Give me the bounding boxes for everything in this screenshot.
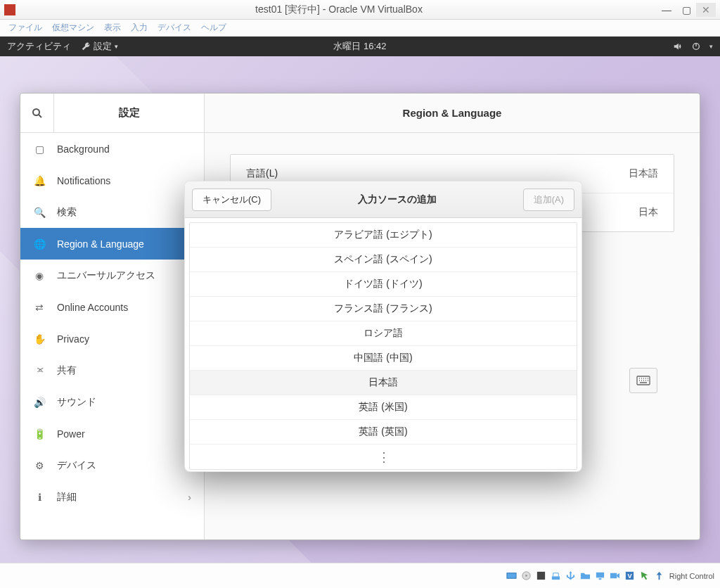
globe-icon: 🌐	[33, 238, 46, 250]
menu-devices[interactable]: デバイス	[158, 22, 191, 34]
host-key-label: Right Control	[669, 572, 714, 580]
optical-icon[interactable]	[520, 570, 533, 582]
sidebar-item-label: Privacy	[57, 333, 89, 345]
language-option[interactable]: フランス語 (フランス)	[190, 297, 577, 321]
cloud-icon: ⇄	[33, 301, 46, 314]
vboxguest-icon[interactable]: V	[624, 570, 636, 582]
sidebar-item-label: Region & Language	[57, 238, 144, 250]
sidebar-item-background[interactable]: ▢Background	[20, 133, 204, 165]
wrench-icon	[81, 41, 91, 51]
menu-view[interactable]: 表示	[104, 22, 121, 34]
chevron-down-icon: ▾	[709, 43, 713, 50]
shared-folder-icon[interactable]	[579, 570, 592, 582]
svg-rect-6	[537, 572, 545, 580]
language-list[interactable]: アラビア語 (エジプト) スペイン語 (スペイン) ドイツ語 (ドイツ) フラン…	[185, 218, 581, 471]
display-icon: ▢	[33, 143, 46, 155]
add-input-source-dialog: キャンセル(C) 入力ソースの追加 追加(A) アラビア語 (エジプト) スペイ…	[184, 181, 582, 472]
language-option[interactable]: ドイツ語 (ドイツ)	[190, 272, 577, 297]
menu-input[interactable]: 入力	[131, 22, 148, 34]
sidebar-item-label: 検索	[57, 206, 77, 219]
language-option[interactable]: アラビア語 (エジプト)	[190, 223, 577, 248]
sidebar-item-details[interactable]: ℹ詳細›	[20, 481, 204, 513]
search-icon	[32, 108, 43, 119]
svg-rect-3	[507, 573, 516, 579]
app-menu[interactable]: 設定 ▾	[81, 40, 118, 53]
sidebar-item-label: Power	[57, 428, 85, 440]
app-menu-label: 設定	[94, 40, 112, 53]
minimize-button[interactable]: —	[657, 3, 676, 17]
add-button[interactable]: 追加(A)	[523, 188, 574, 211]
menu-file[interactable]: ファイル	[8, 22, 42, 34]
gnome-topbar: アクティビティ 設定 ▾ 水曜日 16:42 ▾	[0, 37, 720, 56]
vm-display: アクティビティ 設定 ▾ 水曜日 16:42 ▾ 設定 ▢Background	[0, 37, 720, 563]
language-option[interactable]: 中国語 (中国)	[190, 346, 577, 371]
keyboard-layout-button[interactable]	[629, 368, 657, 393]
more-languages-button[interactable]: ⋮	[190, 445, 577, 469]
language-option-selected[interactable]: 日本語	[190, 371, 577, 395]
svg-rect-9	[599, 578, 602, 580]
hdd-icon[interactable]	[506, 570, 518, 582]
sidebar-item-label: 詳細	[57, 491, 77, 504]
chevron-right-icon: ›	[188, 492, 191, 503]
sidebar-item-power[interactable]: 🔋Power	[20, 418, 204, 449]
host-key-icon[interactable]	[653, 570, 666, 582]
sidebar-item-universal-access[interactable]: ◉ユニバーサルアクセス	[20, 260, 204, 291]
content-header: Region & Language	[205, 94, 700, 133]
sidebar-item-devices[interactable]: ⚙デバイス›	[20, 449, 204, 481]
chevron-down-icon: ▾	[115, 43, 118, 50]
activities-button[interactable]: アクティビティ	[7, 40, 71, 53]
floppy-icon[interactable]	[535, 570, 548, 582]
share-icon: ⪤	[33, 364, 46, 377]
cancel-button[interactable]: キャンセル(C)	[192, 188, 271, 211]
sidebar-item-label: 共有	[57, 364, 77, 377]
svg-rect-8	[596, 573, 604, 578]
svg-point-1	[33, 109, 39, 115]
sidebar-item-notifications[interactable]: 🔔Notifications	[20, 165, 204, 196]
svg-rect-10	[610, 573, 617, 579]
sidebar-item-label: サウンド	[57, 396, 96, 409]
close-button[interactable]: ✕	[696, 3, 716, 17]
search-icon: 🔍	[33, 206, 46, 219]
menu-machine[interactable]: 仮想マシン	[52, 22, 94, 34]
language-option[interactable]: 英語 (英国)	[190, 420, 577, 445]
usb-icon[interactable]	[565, 570, 577, 582]
vbox-app-icon	[4, 4, 15, 15]
settings-sidebar: 設定 ▢Background 🔔Notifications 🔍検索 🌐Regio…	[20, 94, 205, 539]
bell-icon: 🔔	[33, 174, 46, 187]
mouse-integration-icon[interactable]	[638, 570, 651, 582]
network-icon[interactable]	[550, 570, 562, 582]
language-value: 日本語	[629, 167, 658, 180]
display-icon[interactable]	[594, 570, 607, 582]
info-icon: ℹ	[33, 491, 46, 504]
sidebar-item-label: Online Accounts	[57, 302, 128, 313]
sidebar-item-search[interactable]: 🔍検索	[20, 196, 204, 228]
sidebar-item-sound[interactable]: 🔊サウンド	[20, 386, 204, 418]
sidebar-item-region-language[interactable]: 🌐Region & Language	[20, 228, 204, 260]
sidebar-item-privacy[interactable]: ✋Privacy	[20, 323, 204, 354]
search-button[interactable]	[20, 94, 54, 132]
language-option[interactable]: スペイン語 (スペイン)	[190, 248, 577, 272]
format-value: 日本	[638, 206, 658, 219]
dialog-title: 入力ソースの追加	[271, 193, 523, 206]
sidebar-item-online-accounts[interactable]: ⇄Online Accounts	[20, 291, 204, 323]
language-option[interactable]: ロシア語	[190, 321, 577, 346]
hand-icon: ✋	[33, 333, 46, 345]
maximize-button[interactable]: ▢	[676, 3, 696, 17]
vbox-menubar: ファイル 仮想マシン 表示 入力 デバイス ヘルプ	[0, 20, 720, 37]
language-option[interactable]: 英語 (米国)	[190, 395, 577, 420]
volume-icon[interactable]	[673, 41, 683, 51]
vbox-statusbar: V Right Control	[0, 563, 720, 588]
menu-help[interactable]: ヘルプ	[201, 22, 226, 34]
sidebar-title: 設定	[54, 106, 204, 120]
recording-icon[interactable]	[609, 570, 622, 582]
accessibility-icon: ◉	[33, 269, 46, 282]
speaker-icon: 🔊	[33, 396, 46, 409]
dialog-header: キャンセル(C) 入力ソースの追加 追加(A)	[185, 181, 581, 218]
sidebar-item-label: ユニバーサルアクセス	[57, 269, 155, 282]
battery-icon: 🔋	[33, 428, 46, 440]
svg-rect-7	[552, 576, 560, 580]
sidebar-item-sharing[interactable]: ⪤共有	[20, 354, 204, 386]
power-icon[interactable]	[691, 41, 701, 51]
devices-icon: ⚙	[33, 459, 46, 472]
keyboard-icon	[636, 376, 650, 385]
